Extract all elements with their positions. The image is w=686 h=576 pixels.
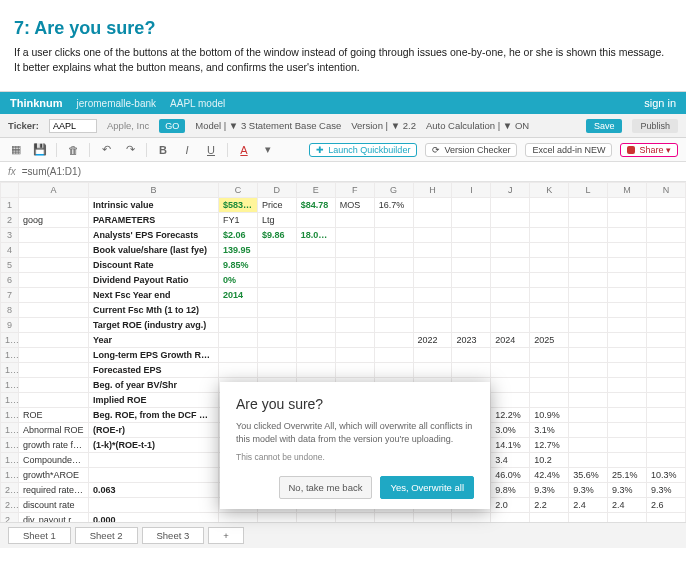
confirm-button[interactable]: Yes, Overwrite all	[380, 476, 474, 499]
spreadsheet-app: Thinknum jeromemalle-bank AAPL model sig…	[0, 91, 686, 548]
cancel-button[interactable]: No, take me back	[279, 476, 373, 499]
confirm-modal: Are you sure? You clicked Overwrite All,…	[220, 382, 490, 508]
page-description: If a user clicks one of the buttons at t…	[14, 45, 672, 75]
modal-title: Are you sure?	[236, 396, 474, 412]
modal-body: You clicked Overwrite All, which will ov…	[236, 420, 474, 445]
modal-warning: This cannot be undone.	[236, 452, 474, 464]
page-title: 7: Are you sure?	[14, 18, 672, 39]
